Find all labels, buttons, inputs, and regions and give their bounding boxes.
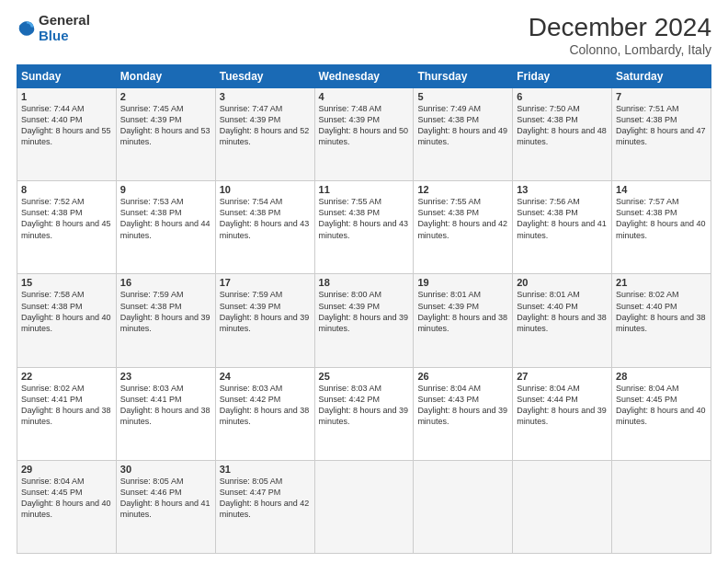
day-cell: 23Sunrise: 8:03 AMSunset: 4:41 PMDayligh… [116, 367, 215, 460]
day-number: 31 [220, 464, 311, 475]
day-info: Sunrise: 7:45 AMSunset: 4:39 PMDaylight:… [120, 103, 211, 148]
day-info: Sunrise: 8:04 AMSunset: 4:43 PMDaylight:… [417, 383, 508, 428]
day-number: 20 [517, 277, 608, 288]
day-cell: 22Sunrise: 8:02 AMSunset: 4:41 PMDayligh… [17, 367, 117, 460]
day-cell: 6Sunrise: 7:50 AMSunset: 4:38 PMDaylight… [513, 88, 612, 181]
day-info: Sunrise: 7:50 AMSunset: 4:38 PMDaylight:… [517, 103, 608, 148]
day-info: Sunrise: 7:47 AMSunset: 4:39 PMDaylight:… [220, 103, 311, 148]
day-info: Sunrise: 7:56 AMSunset: 4:38 PMDaylight:… [517, 196, 608, 241]
day-number: 27 [517, 371, 608, 382]
day-number: 2 [120, 91, 211, 102]
day-number: 28 [616, 371, 707, 382]
day-number: 12 [417, 184, 508, 195]
week-row: 29Sunrise: 8:04 AMSunset: 4:45 PMDayligh… [17, 460, 711, 553]
day-cell: 25Sunrise: 8:03 AMSunset: 4:42 PMDayligh… [314, 367, 414, 460]
day-number: 18 [319, 277, 410, 288]
day-cell: 24Sunrise: 8:03 AMSunset: 4:42 PMDayligh… [215, 367, 314, 460]
day-cell: 8Sunrise: 7:52 AMSunset: 4:38 PMDaylight… [17, 181, 117, 274]
day-cell: 5Sunrise: 7:49 AMSunset: 4:38 PMDaylight… [414, 88, 513, 181]
day-cell: 7Sunrise: 7:51 AMSunset: 4:38 PMDaylight… [612, 88, 711, 181]
header-cell-wednesday: Wednesday [314, 65, 414, 88]
day-cell: 2Sunrise: 7:45 AMSunset: 4:39 PMDaylight… [116, 88, 215, 181]
day-cell: 27Sunrise: 8:04 AMSunset: 4:44 PMDayligh… [513, 367, 612, 460]
logo: General Blue [17, 13, 90, 43]
day-number: 23 [120, 371, 211, 382]
day-cell: 29Sunrise: 8:04 AMSunset: 4:45 PMDayligh… [17, 460, 117, 553]
day-number: 30 [120, 464, 211, 475]
day-number: 5 [417, 91, 508, 102]
day-number: 11 [319, 184, 410, 195]
day-cell: 12Sunrise: 7:55 AMSunset: 4:38 PMDayligh… [414, 181, 513, 274]
page: General Blue December 2024 Colonno, Lomb… [0, 0, 728, 563]
day-number: 6 [517, 91, 608, 102]
day-info: Sunrise: 8:00 AMSunset: 4:39 PMDaylight:… [319, 289, 410, 334]
logo-general: General [39, 13, 90, 29]
day-cell: 19Sunrise: 8:01 AMSunset: 4:39 PMDayligh… [414, 274, 513, 367]
day-number: 22 [21, 371, 112, 382]
day-number: 8 [21, 184, 112, 195]
day-cell [513, 460, 612, 553]
logo-icon [17, 18, 37, 39]
week-row: 1Sunrise: 7:44 AMSunset: 4:40 PMDaylight… [17, 88, 711, 181]
day-cell [414, 460, 513, 553]
day-info: Sunrise: 7:53 AMSunset: 4:38 PMDaylight:… [120, 196, 211, 241]
header-cell-saturday: Saturday [612, 65, 711, 88]
day-cell [314, 460, 414, 553]
day-cell: 31Sunrise: 8:05 AMSunset: 4:47 PMDayligh… [215, 460, 314, 553]
day-number: 19 [417, 277, 508, 288]
day-info: Sunrise: 7:57 AMSunset: 4:38 PMDaylight:… [616, 196, 707, 241]
logo-blue: Blue [39, 29, 90, 44]
header-row: SundayMondayTuesdayWednesdayThursdayFrid… [17, 65, 711, 88]
day-number: 3 [220, 91, 311, 102]
day-cell: 28Sunrise: 8:04 AMSunset: 4:45 PMDayligh… [612, 367, 711, 460]
day-info: Sunrise: 8:04 AMSunset: 4:45 PMDaylight:… [616, 383, 707, 428]
day-cell: 16Sunrise: 7:59 AMSunset: 4:38 PMDayligh… [116, 274, 215, 367]
subtitle: Colonno, Lombardy, Italy [529, 42, 711, 57]
day-info: Sunrise: 7:52 AMSunset: 4:38 PMDaylight:… [21, 196, 112, 241]
day-number: 14 [616, 184, 707, 195]
logo-text: General Blue [39, 13, 90, 43]
day-cell: 3Sunrise: 7:47 AMSunset: 4:39 PMDaylight… [215, 88, 314, 181]
day-info: Sunrise: 8:03 AMSunset: 4:41 PMDaylight:… [120, 383, 211, 428]
day-info: Sunrise: 8:04 AMSunset: 4:45 PMDaylight:… [21, 476, 112, 521]
day-info: Sunrise: 8:01 AMSunset: 4:40 PMDaylight:… [517, 289, 608, 334]
day-cell: 30Sunrise: 8:05 AMSunset: 4:46 PMDayligh… [116, 460, 215, 553]
day-cell: 13Sunrise: 7:56 AMSunset: 4:38 PMDayligh… [513, 181, 612, 274]
day-cell: 18Sunrise: 8:00 AMSunset: 4:39 PMDayligh… [314, 274, 414, 367]
week-row: 8Sunrise: 7:52 AMSunset: 4:38 PMDaylight… [17, 181, 711, 274]
day-info: Sunrise: 7:48 AMSunset: 4:39 PMDaylight:… [319, 103, 410, 148]
day-info: Sunrise: 7:54 AMSunset: 4:38 PMDaylight:… [220, 196, 311, 241]
day-info: Sunrise: 8:04 AMSunset: 4:44 PMDaylight:… [517, 383, 608, 428]
day-cell: 20Sunrise: 8:01 AMSunset: 4:40 PMDayligh… [513, 274, 612, 367]
day-number: 1 [21, 91, 112, 102]
header-cell-sunday: Sunday [17, 65, 117, 88]
day-info: Sunrise: 7:59 AMSunset: 4:39 PMDaylight:… [220, 289, 311, 334]
day-cell: 4Sunrise: 7:48 AMSunset: 4:39 PMDaylight… [314, 88, 414, 181]
day-info: Sunrise: 7:55 AMSunset: 4:38 PMDaylight:… [417, 196, 508, 241]
day-info: Sunrise: 8:05 AMSunset: 4:46 PMDaylight:… [120, 476, 211, 521]
day-cell: 17Sunrise: 7:59 AMSunset: 4:39 PMDayligh… [215, 274, 314, 367]
day-info: Sunrise: 8:03 AMSunset: 4:42 PMDaylight:… [319, 383, 410, 428]
day-number: 21 [616, 277, 707, 288]
day-number: 24 [220, 371, 311, 382]
day-info: Sunrise: 7:55 AMSunset: 4:38 PMDaylight:… [319, 196, 410, 241]
day-info: Sunrise: 8:01 AMSunset: 4:39 PMDaylight:… [417, 289, 508, 334]
header-cell-tuesday: Tuesday [215, 65, 314, 88]
day-info: Sunrise: 8:03 AMSunset: 4:42 PMDaylight:… [220, 383, 311, 428]
day-cell: 14Sunrise: 7:57 AMSunset: 4:38 PMDayligh… [612, 181, 711, 274]
day-number: 25 [319, 371, 410, 382]
day-info: Sunrise: 8:05 AMSunset: 4:47 PMDaylight:… [220, 476, 311, 521]
header: General Blue December 2024 Colonno, Lomb… [17, 13, 711, 57]
day-number: 4 [319, 91, 410, 102]
day-cell: 26Sunrise: 8:04 AMSunset: 4:43 PMDayligh… [414, 367, 513, 460]
day-cell: 1Sunrise: 7:44 AMSunset: 4:40 PMDaylight… [17, 88, 117, 181]
day-number: 9 [120, 184, 211, 195]
day-info: Sunrise: 7:59 AMSunset: 4:38 PMDaylight:… [120, 289, 211, 334]
day-cell: 21Sunrise: 8:02 AMSunset: 4:40 PMDayligh… [612, 274, 711, 367]
day-number: 26 [417, 371, 508, 382]
day-info: Sunrise: 7:49 AMSunset: 4:38 PMDaylight:… [417, 103, 508, 148]
day-number: 15 [21, 277, 112, 288]
day-cell: 15Sunrise: 7:58 AMSunset: 4:38 PMDayligh… [17, 274, 117, 367]
month-title: December 2024 [529, 13, 711, 42]
day-number: 29 [21, 464, 112, 475]
